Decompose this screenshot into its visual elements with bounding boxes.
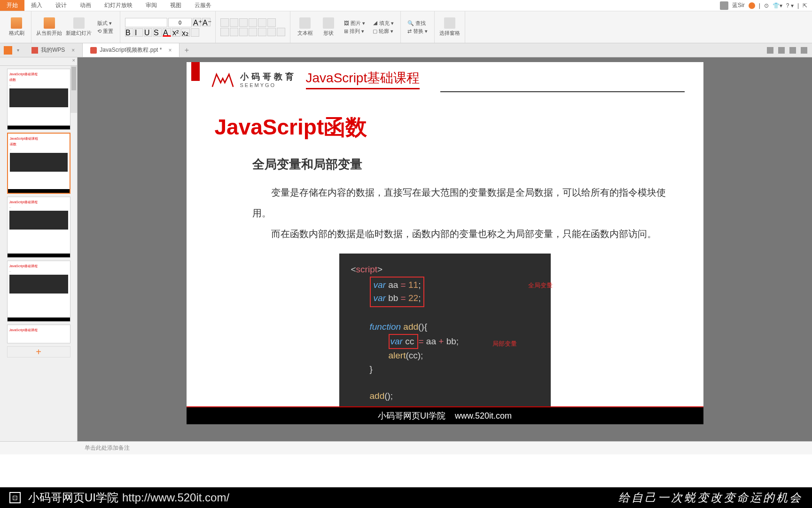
tab-design[interactable]: 设计 [49,0,73,11]
start-slideshow-button[interactable]: 从当前开始 [34,11,64,43]
workspace: × JavaScript基础课程函数... JavaScript基础课程函数..… [0,57,812,441]
align-bottom-icon[interactable] [277,28,285,36]
slide-thumb-1[interactable]: JavaScript基础课程函数... [7,69,70,130]
shrink-font-icon[interactable]: A⁻ [202,18,211,26]
slide-header: 小码哥教育 SEEMYGO JavaScript基础课程 [187,62,703,94]
underline-icon[interactable]: U [144,28,152,37]
arrange-button[interactable]: ⊞ 排列 ▾ [342,28,367,35]
paragraph-1: 变量是存储在内容的数据，直接写在最大范围的变量数据是全局数据，可以给所有的指令模… [215,182,675,223]
course-title: JavaScript基础课程 [306,69,420,89]
align-middle-icon[interactable] [267,28,276,36]
indent-inc-icon[interactable] [249,18,257,27]
video-overlay-bar: ⊡ 小码哥网页UI学院 http://www.520it.com/ 给自己一次蜕… [0,487,812,508]
collapse-ribbon-icon[interactable]: ⇱ [803,2,807,9]
notes-bar[interactable]: 单击此处添加备注 [0,441,812,454]
ribbon-toolbar: 格式刷 从当前开始 新建幻灯片 版式 ▾ ⟲ 重置 A⁺A⁻ BIUSAx²x₂… [0,11,812,43]
footer-url: www.520it.com [455,411,512,421]
subscript-icon[interactable]: x₂ [181,28,190,37]
align-justify-icon[interactable] [249,28,257,36]
overlay-slogan: 给自己一次蜕变改变命运的机会 [618,490,803,505]
tool-icon-4[interactable] [801,47,807,54]
textbox-icon [299,17,311,29]
select-pane-icon [444,17,455,29]
add-tab-button[interactable]: + [180,46,194,55]
align-left-icon[interactable] [220,28,229,36]
thumb-scrollbar[interactable] [70,66,77,113]
tool-icon-3[interactable] [789,47,796,54]
tab-slideshow[interactable]: 幻灯片放映 [98,0,139,11]
numbering-icon[interactable] [230,18,238,27]
clear-format-icon[interactable] [191,28,199,37]
align-center-icon[interactable] [230,28,238,36]
overlay-url: http://www.520it.com/ [122,491,229,504]
accent-bar [191,62,200,81]
align-right-icon[interactable] [239,28,248,36]
shape-button[interactable]: 形状 [317,11,340,43]
slide-thumb-3[interactable]: JavaScript基础课程... [7,197,70,258]
add-slide-button[interactable]: + [7,346,70,357]
tab-cloud[interactable]: 云服务 [188,0,218,11]
tab-animation[interactable]: 动画 [73,0,98,11]
brush-icon [11,17,22,29]
app-icon[interactable] [4,46,12,55]
picture-button[interactable]: 🖼 图片 ▾ [342,20,367,27]
italic-icon[interactable]: I [134,28,143,37]
fill-button[interactable]: ◢ 填充 ▾ [371,20,396,27]
grow-font-icon[interactable]: A⁺ [193,18,201,26]
replace-button[interactable]: ⇄ 替换 ▾ [406,28,429,35]
bullets-icon[interactable] [220,18,229,27]
separator: | [759,2,760,9]
text-direction-icon[interactable] [267,18,276,27]
tshirt-icon[interactable]: 👕▾ [773,2,782,9]
footer-name: 小码哥网页UI学院 [378,410,445,421]
paragraph-2: 而在函数内部的数据是临时数据，函数内部的变量也称之为局部变量，只能在函数内部访问… [215,223,675,244]
superscript-icon[interactable]: x² [172,28,180,37]
document-tabs: ▾ 我的WPS× JavaScript视频教程.ppt *× + [0,43,812,57]
username[interactable]: 蓝Sir [732,1,745,9]
scroll-handle[interactable] [71,67,76,90]
wps-home-tab[interactable]: 我的WPS× [24,43,83,57]
align-top-icon[interactable] [258,28,266,36]
new-slide-button[interactable]: 新建幻灯片 [64,11,94,43]
find-button[interactable]: 🔍 查找 [406,20,429,27]
notification-icon[interactable] [749,2,755,9]
dropdown-icon[interactable]: ▾ [17,48,19,53]
reset-button[interactable]: ⟲ 重置 [95,28,115,35]
slide-editor[interactable]: 小码哥教育 SEEMYGO JavaScript基础课程 JavaScript函… [78,57,812,441]
font-size-input[interactable] [168,18,192,27]
font-name-input[interactable] [125,18,167,27]
bold-icon[interactable]: B [125,28,133,37]
logo-icon [210,70,235,89]
layout-dropdown[interactable]: 版式 ▾ [95,20,115,27]
format-painter-button[interactable]: 格式刷 [5,11,28,43]
font-color-icon[interactable]: A [163,28,171,37]
tool-icon-1[interactable] [767,47,773,54]
tab-insert[interactable]: 插入 [24,0,49,11]
slide-thumb-2[interactable]: JavaScript基础课程函数... [7,133,70,194]
close-icon[interactable]: × [71,47,75,54]
outline-button[interactable]: ▢ 轮廓 ▾ [371,28,396,35]
question-icon[interactable]: ? ▾ [786,2,794,9]
file-tab[interactable]: JavaScript视频教程.ppt *× [83,43,180,57]
avatar-icon[interactable] [720,1,728,10]
select-pane-button[interactable]: 选择窗格 [437,11,462,43]
textbox-button[interactable]: 文本框 [293,11,317,43]
slide-thumb-4[interactable]: JavaScript基础课程... [7,261,70,322]
indent-dec-icon[interactable] [239,18,248,27]
line-spacing-icon[interactable] [258,18,266,27]
tab-review[interactable]: 审阅 [139,0,164,11]
ppt-icon [90,47,97,54]
help-icon[interactable]: ⊙ [764,2,769,9]
tab-view[interactable]: 视图 [164,0,188,11]
tool-icon-2[interactable] [778,47,785,54]
thumb-panel-close[interactable]: × [0,57,77,66]
slide-canvas[interactable]: 小码哥教育 SEEMYGO JavaScript基础课程 JavaScript函… [187,62,703,424]
subtitle: 全局变量和局部变量 [215,156,675,173]
annotation-global: 全局变量 [528,281,553,290]
close-icon[interactable]: × [168,47,172,54]
slide-footer: 小码哥网页UI学院 www.520it.com [187,407,703,424]
tab-start[interactable]: 开始 [0,0,24,11]
strike-icon[interactable]: S [153,28,162,37]
slide-thumb-5[interactable]: JavaScript基础课程 [7,325,70,343]
shape-icon [323,17,334,29]
